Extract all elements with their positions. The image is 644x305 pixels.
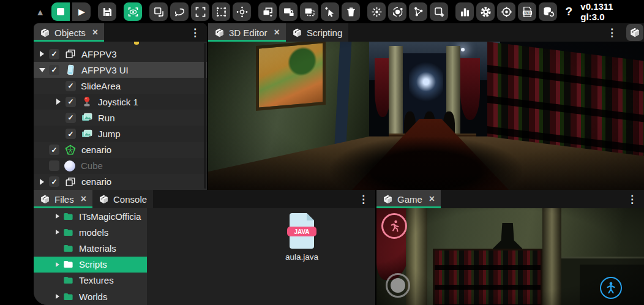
lens-flare-button[interactable] xyxy=(367,2,386,21)
folder-row[interactable]: Materials xyxy=(34,240,147,256)
tree-item[interactable]: cenario xyxy=(34,142,207,158)
folder-row[interactable]: models xyxy=(34,224,147,240)
file-name-label: aula.java xyxy=(279,252,325,262)
objects-menu-icon[interactable]: ⋮ xyxy=(183,23,207,42)
close-icon[interactable]: × xyxy=(81,194,86,205)
editor-3d-viewport[interactable] xyxy=(208,42,644,190)
folder-row[interactable]: ITsMagicOfficia xyxy=(34,208,147,224)
objects-tabbar: Objects × ⋮ xyxy=(34,23,207,42)
expand-arrow-icon[interactable] xyxy=(56,99,61,105)
tree-item[interactable]: Run xyxy=(34,110,207,126)
cube-icon xyxy=(292,28,302,38)
files-menu-icon[interactable]: ⋮ xyxy=(351,190,375,208)
save-button[interactable] xyxy=(98,2,116,21)
tab-game[interactable]: Game × xyxy=(376,190,441,208)
visibility-checkbox[interactable] xyxy=(49,65,59,75)
settings-button[interactable] xyxy=(476,2,495,21)
statistics-button[interactable] xyxy=(455,2,474,21)
prism-icon xyxy=(64,144,77,156)
tree-item[interactable]: cenario xyxy=(34,174,207,190)
tab-scripting[interactable]: Scripting xyxy=(286,23,348,42)
cursor-add-button[interactable] xyxy=(321,2,339,21)
expand-arrow-icon[interactable] xyxy=(40,51,44,57)
play-button[interactable]: ▶ xyxy=(72,2,91,21)
tree-item-label: Run xyxy=(98,113,115,123)
preview-eye-button[interactable] xyxy=(124,2,142,21)
expand-arrow-icon[interactable] xyxy=(56,214,59,219)
pivot-tool-button[interactable] xyxy=(233,2,251,21)
cube-icon xyxy=(40,194,50,205)
visibility-checkbox[interactable] xyxy=(49,176,59,187)
files-tree: ITsMagicOfficia models Materials Scripts xyxy=(34,208,147,305)
tab-objects[interactable]: Objects × xyxy=(34,23,104,42)
tree-scrollbar[interactable] xyxy=(204,43,206,189)
expand-arrow-icon[interactable] xyxy=(40,179,44,185)
orbit-view-button[interactable] xyxy=(388,2,406,21)
duplicate-object-button[interactable] xyxy=(258,2,277,21)
game-viewport[interactable] xyxy=(376,208,644,305)
visibility-checkbox[interactable] xyxy=(49,160,59,171)
tab-files[interactable]: Files × xyxy=(34,190,92,208)
close-icon[interactable]: × xyxy=(92,27,98,38)
close-icon[interactable]: × xyxy=(274,27,280,38)
scale-tool-button[interactable] xyxy=(191,2,209,21)
files-tabbar: Files × Console ⋮ xyxy=(34,190,375,208)
folder-row[interactable]: Textures xyxy=(34,273,147,288)
editor-menu-icon[interactable]: ⋮ xyxy=(600,23,624,42)
tree-item[interactable]: Joystick 1 xyxy=(34,94,207,110)
visibility-checkbox[interactable] xyxy=(66,97,76,107)
panel-toggle-button[interactable] xyxy=(626,24,643,41)
stop-icon xyxy=(57,8,64,15)
tree-item[interactable]: Cube xyxy=(34,158,207,174)
database-sync-button[interactable] xyxy=(539,2,557,21)
virtual-joystick[interactable] xyxy=(386,273,410,298)
expand-arrow-icon[interactable] xyxy=(56,230,59,235)
collapse-arrow-icon[interactable] xyxy=(39,68,45,72)
visibility-checkbox[interactable] xyxy=(66,129,76,139)
node-graph-button[interactable] xyxy=(409,2,427,21)
rotate-tool-button[interactable] xyxy=(170,2,189,21)
tree-item-label: cenario xyxy=(81,145,111,155)
folder-icon xyxy=(62,274,74,286)
tree-item[interactable]: SlideArea xyxy=(34,78,207,94)
joystick-knob[interactable] xyxy=(391,278,405,293)
visibility-checkbox[interactable] xyxy=(49,49,59,59)
close-icon[interactable]: × xyxy=(429,194,435,205)
folder-row-selected[interactable]: Scripts xyxy=(34,257,147,273)
move-tool-button[interactable] xyxy=(149,2,168,21)
export-apk-button[interactable]: APK xyxy=(518,2,536,21)
folder-label: Textures xyxy=(79,275,114,285)
accessibility-button[interactable] xyxy=(600,277,622,299)
collapse-toolbar-icon[interactable]: ▲ xyxy=(34,7,47,17)
files-grid[interactable]: JAVA aula.java xyxy=(147,208,375,305)
help-button[interactable]: ? xyxy=(560,2,578,21)
tab-3d-editor[interactable]: 3D Editor × xyxy=(208,23,286,42)
tree-item[interactable]: AFPPV3 xyxy=(34,46,207,62)
project-settings-button[interactable] xyxy=(497,2,515,21)
run-action-button[interactable] xyxy=(381,213,407,239)
folder-row[interactable]: Worlds xyxy=(34,288,147,304)
expand-arrow-icon[interactable] xyxy=(56,294,59,299)
tree-item[interactable]: AFPPV3 UI xyxy=(34,62,207,78)
visibility-checkbox[interactable] xyxy=(66,81,76,91)
tab-console[interactable]: Console xyxy=(92,190,153,208)
rect-select-tool-button[interactable] xyxy=(212,2,230,21)
lock-object-button[interactable] xyxy=(279,2,298,21)
folder-icon xyxy=(62,227,74,238)
visibility-checkbox[interactable] xyxy=(49,145,59,155)
tree-item-label: Cube xyxy=(81,160,103,171)
delete-button[interactable] xyxy=(342,2,360,21)
editor-panel: 3D Editor × Scripting ⋮ xyxy=(208,23,644,190)
add-object-button[interactable] xyxy=(430,2,448,21)
tree-item[interactable]: Jump xyxy=(34,126,207,141)
stop-button[interactable] xyxy=(51,2,70,21)
bar-chart-icon xyxy=(459,6,471,18)
instantiate-frame-button[interactable] xyxy=(300,2,318,21)
game-menu-icon[interactable]: ⋮ xyxy=(620,190,644,208)
folder-label: Scripts xyxy=(79,259,107,269)
visibility-checkbox[interactable] xyxy=(66,113,76,123)
expand-arrow-icon[interactable] xyxy=(56,262,59,267)
file-item-aula-java[interactable]: JAVA aula.java xyxy=(279,213,325,262)
folder-label: Worlds xyxy=(79,292,107,302)
move-tool-icon xyxy=(152,6,165,18)
